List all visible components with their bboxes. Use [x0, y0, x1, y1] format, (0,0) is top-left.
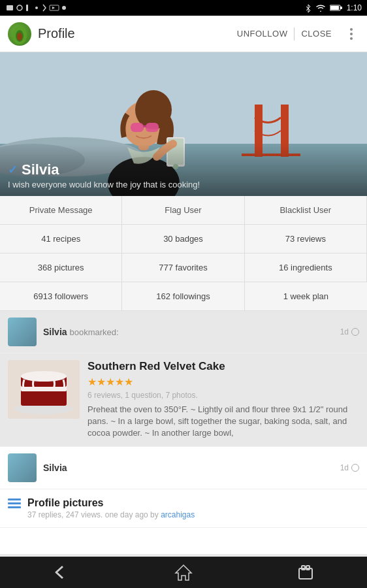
svg-rect-36 [8, 502, 21, 504]
svg-point-11 [17, 33, 22, 41]
pictures-stat[interactable]: 368 pictures [0, 253, 122, 282]
section-link[interactable]: arcahigas [161, 510, 195, 519]
private-message-button[interactable]: Private Message [0, 196, 122, 225]
svg-point-34 [21, 371, 67, 382]
activity-time-1: 1d [340, 327, 359, 336]
status-time: 1:10 [347, 3, 362, 12]
status-bar-right: 1:10 [305, 3, 362, 12]
bottom-nav [0, 557, 367, 588]
app-logo [8, 22, 31, 46]
profile-name: Silvia [22, 161, 59, 178]
page-title: Profile [38, 26, 231, 41]
section-subtitle-text: 37 replies, 247 views. one day ago by [27, 510, 161, 519]
svg-rect-37 [8, 506, 21, 508]
recents-button[interactable] [293, 559, 319, 585]
back-icon [52, 565, 71, 580]
back-button[interactable] [48, 559, 74, 585]
activity-avatar-2 [8, 453, 37, 482]
clock-icon-2 [351, 464, 359, 472]
verified-icon: ✓ [8, 163, 18, 177]
activity-user-2[interactable]: Silvia [43, 463, 67, 473]
top-bar: Profile UNFOLLOW CLOSE [0, 16, 367, 52]
activity-avatar-1 [8, 318, 37, 346]
content-scroll[interactable]: ✓ Silvia I wish everyone would know the … [0, 52, 367, 557]
week-plan-stat[interactable]: 1 week plan [245, 282, 367, 310]
top-bar-actions: UNFOLLOW CLOSE [231, 25, 359, 42]
badges-stat[interactable]: 30 badges [122, 225, 244, 253]
svg-rect-23 [131, 123, 144, 132]
profile-pictures-section[interactable]: Profile pictures 37 replies, 247 views. … [0, 489, 367, 528]
avatar-image-1 [8, 318, 37, 346]
favorites-stat[interactable]: 777 favorites [122, 253, 244, 282]
blacklist-user-button[interactable]: Blacklist User [245, 196, 367, 225]
recipe-content: Southern Red Velvet Cake ★★★★★ 6 reviews… [88, 360, 359, 440]
flag-user-button[interactable]: Flag User [122, 196, 244, 225]
recipe-title: Southern Red Velvet Cake [88, 360, 359, 373]
svg-rect-7 [330, 6, 339, 10]
svg-rect-35 [8, 498, 21, 500]
reviews-stat[interactable]: 73 reviews [245, 225, 367, 253]
svg-rect-24 [146, 123, 159, 132]
svg-rect-8 [340, 7, 342, 9]
activity-meta-1: Silvia bookmarked: [43, 327, 340, 337]
profile-hero: ✓ Silvia I wish everyone would know the … [0, 52, 367, 196]
svg-point-3 [35, 7, 38, 9]
close-button[interactable]: CLOSE [295, 25, 338, 42]
wifi-icon [315, 4, 326, 12]
menu-dot-1 [350, 28, 353, 31]
followings-stat[interactable]: 162 followings [122, 282, 244, 310]
section-subtitle: 37 replies, 247 views. one day ago by ar… [27, 510, 195, 519]
svg-rect-31 [21, 389, 67, 406]
section-title: Profile pictures [27, 497, 195, 509]
menu-dot-3 [350, 37, 353, 40]
profile-bio: I wish everyone would know the joy that … [8, 180, 200, 189]
activity-action-1: bookmarked: [69, 327, 118, 337]
stats-grid: Private Message Flag User Blacklist User… [0, 196, 367, 311]
svg-marker-38 [176, 565, 191, 580]
recipe-card[interactable]: Southern Red Velvet Cake ★★★★★ 6 reviews… [0, 353, 367, 447]
svg-rect-2 [26, 5, 28, 11]
status-bar-left [5, 3, 71, 12]
bluetooth-icon [305, 3, 311, 12]
overflow-menu-button[interactable] [343, 26, 359, 42]
activity-time-2: 1d [340, 463, 359, 472]
clock-icon-1 [351, 328, 359, 336]
profile-username: ✓ Silvia [8, 161, 200, 178]
svg-rect-39 [299, 568, 312, 579]
battery-icon [330, 4, 343, 12]
svg-point-5 [62, 6, 66, 10]
recipes-stat[interactable]: 41 recipes [0, 225, 122, 253]
svg-rect-0 [7, 5, 13, 10]
status-bar: 1:10 [0, 0, 367, 16]
unfollow-button[interactable]: UNFOLLOW [231, 25, 295, 42]
svg-rect-25 [143, 125, 146, 127]
svg-point-1 [17, 5, 22, 10]
activity-item-1: Silvia bookmarked: 1d [0, 311, 367, 353]
list-icon [8, 498, 21, 512]
recipe-description: Preheat the oven to 350°F. ~ Lightly oil… [88, 404, 359, 440]
activity-time-value-1: 1d [340, 327, 349, 336]
activity-item-2: Silvia 1d [0, 447, 367, 489]
cake-image [8, 360, 80, 419]
content-bottom-spacer [0, 528, 367, 554]
profile-user-info: ✓ Silvia I wish everyone would know the … [8, 161, 200, 189]
ingredients-stat[interactable]: 16 ingredients [245, 253, 367, 282]
recents-icon [296, 564, 315, 580]
home-icon [174, 564, 193, 581]
activity-meta-2: Silvia [43, 463, 340, 473]
activity-time-value-2: 1d [340, 463, 349, 472]
section-content: Profile pictures 37 replies, 247 views. … [27, 497, 195, 519]
home-button[interactable] [170, 559, 197, 585]
menu-dot-2 [350, 33, 353, 35]
recipe-stars: ★★★★★ [88, 376, 359, 388]
recipe-meta: 6 reviews, 1 question, 7 photos. [88, 391, 359, 400]
recipe-thumbnail [8, 360, 80, 419]
followers-stat[interactable]: 6913 followers [0, 282, 122, 310]
avatar-image-2 [8, 453, 37, 482]
activity-user-1[interactable]: Silvia [43, 327, 67, 337]
